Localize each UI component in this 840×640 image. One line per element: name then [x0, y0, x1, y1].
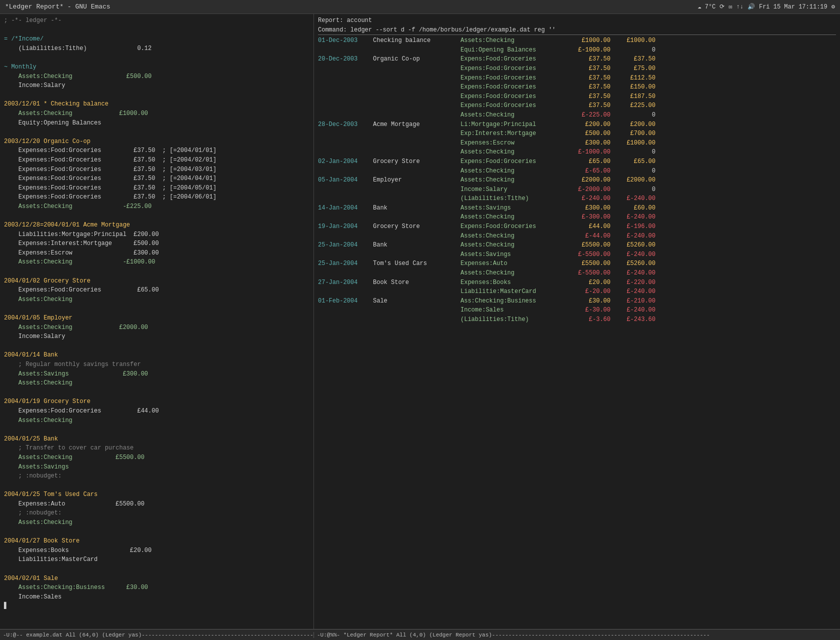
- report-row: Assets:Checking£-5500.00£-240.00: [318, 268, 836, 278]
- row-amount: £1000.00: [566, 36, 610, 46]
- row-desc: [373, 315, 460, 324]
- row-date: [318, 110, 373, 120]
- row-balance: £75.00: [610, 64, 656, 74]
- row-desc: [373, 110, 460, 120]
- row-amount: £300.00: [566, 138, 610, 148]
- row-balance: £2000.00: [610, 176, 656, 185]
- left-pane-line: Assets:Checking:Business £30.00: [4, 583, 310, 592]
- weather-display: ☁ 7°C: [698, 3, 716, 10]
- row-amount: £2000.00: [566, 176, 610, 185]
- row-balance: £-240.00: [610, 250, 656, 260]
- left-pane-line: Assets:Savings: [4, 462, 310, 472]
- left-pane-line: Assets:Checking £500.00: [4, 72, 310, 82]
- row-amount: £-5500.00: [566, 250, 610, 260]
- left-pane-line: 2004/01/02 Grocery Store: [4, 276, 310, 286]
- row-date: [318, 46, 373, 55]
- left-pane-line: ; -*- ledger -*-: [4, 16, 310, 26]
- left-pane-line: [4, 388, 310, 398]
- left-pane-line: Assets:Checking: [4, 416, 310, 426]
- right-pane[interactable]: Report: accountCommand: ledger --sort d …: [314, 14, 840, 629]
- row-balance: £1000.00: [610, 138, 656, 148]
- left-pane-line: (Liabilities:Tithe) 0.12: [4, 44, 310, 54]
- row-desc: [373, 185, 460, 194]
- left-pane-line: [4, 128, 310, 137]
- left-pane-line: Expenses:Food:Groceries £65.00: [4, 286, 310, 295]
- row-desc: [373, 250, 460, 260]
- report-row: Assets:Checking£-44.00£-240.00: [318, 232, 836, 241]
- report-row: Assets:Checking£-300.00£-240.00: [318, 212, 836, 222]
- report-row: Expens:Food:Groceries£37.50£112.50: [318, 74, 836, 83]
- left-pane-line: Expenses:Food:Groceries £37.50 ; [=2004/…: [4, 156, 310, 165]
- row-account: Assets:Checking: [460, 110, 566, 120]
- row-date: 14-Jan-2004: [318, 204, 373, 213]
- row-date: [318, 82, 373, 92]
- left-pane-line: Expenses:Food:Groceries £37.50 ; [=2004/…: [4, 146, 310, 156]
- row-amount: £-1000.00: [566, 46, 610, 55]
- row-date: [318, 250, 373, 260]
- row-account: (Liabilities:Tithe): [460, 315, 566, 324]
- row-amount: £-5500.00: [566, 268, 610, 278]
- report-row: Expenses:Escrow£300.00£1000.00: [318, 138, 836, 148]
- row-date: [318, 166, 373, 176]
- row-date: [318, 232, 373, 241]
- left-pane-line: Expenses:Escrow £300.00: [4, 248, 310, 258]
- row-date: [318, 148, 373, 157]
- left-pane-line: Assets:Checking: [4, 518, 310, 528]
- volume-icon[interactable]: 🔊: [748, 3, 755, 10]
- settings-icon[interactable]: ⚙: [832, 3, 835, 10]
- row-date: 01-Dec-2003: [318, 36, 373, 46]
- system-tray: ☁ 7°C ⟳ ✉ ↑↓ 🔊 Fri 15 Mar 17:11:19 ⚙: [698, 3, 835, 10]
- row-balance: £-240.00: [610, 194, 656, 204]
- report-header-1: Report: account: [318, 16, 836, 26]
- row-account: Assets:Checking: [460, 36, 566, 46]
- row-date: [318, 268, 373, 278]
- row-amount: £300.00: [566, 204, 610, 213]
- row-amount: £37.50: [566, 82, 610, 92]
- row-balance: £5260.00: [610, 259, 656, 268]
- row-balance: £-240.00: [610, 212, 656, 222]
- row-account: Assets:Savings: [460, 204, 566, 213]
- row-balance: £-220.00: [610, 278, 656, 288]
- row-date: 02-Jan-2004: [318, 157, 373, 166]
- row-desc: [373, 268, 460, 278]
- report-row: Assets:Checking£-65.000: [318, 166, 836, 176]
- row-date: [318, 287, 373, 296]
- report-row: Equi:Opening Balances£-1000.000: [318, 46, 836, 55]
- left-pane-line: Expenses:Food:Groceries £37.50 ; [=2004/…: [4, 192, 310, 202]
- row-desc: Grocery Store: [373, 222, 460, 232]
- left-pane-line: 2004/01/25 Bank: [4, 434, 310, 444]
- row-amount: £-20.00: [566, 287, 610, 296]
- report-divider: [318, 34, 836, 35]
- row-desc: [373, 129, 460, 138]
- left-pane-line: 2003/12/28=2004/01/01 Acme Mortgage: [4, 220, 310, 230]
- row-desc: [373, 287, 460, 296]
- row-account: Expens:Food:Groceries: [460, 64, 566, 74]
- left-pane-line: Assets:Checking -£1000.00: [4, 258, 310, 267]
- report-row: 19-Jan-2004Grocery StoreExpens:Food:Groc…: [318, 222, 836, 232]
- left-pane[interactable]: ; -*- ledger -*- = /*Income/ (Liabilitie…: [0, 14, 314, 629]
- row-balance: £1000.00: [610, 36, 656, 46]
- row-date: [318, 74, 373, 83]
- left-pane-line: Assets:Checking £5500.00: [4, 453, 310, 462]
- row-balance: £700.00: [610, 129, 656, 138]
- row-balance: £-243.60: [610, 315, 656, 324]
- left-pane-line: Assets:Checking £2000.00: [4, 323, 310, 332]
- row-desc: [373, 138, 460, 148]
- row-desc: [373, 74, 460, 83]
- row-date: [318, 315, 373, 324]
- left-pane-line: Equity:Opening Balances: [4, 118, 310, 128]
- row-desc: [373, 306, 460, 315]
- row-balance: £112.50: [610, 74, 656, 83]
- left-pane-line: 2004/01/05 Employer: [4, 314, 310, 323]
- left-pane-line: Income:Salary: [4, 332, 310, 342]
- left-pane-line: 2004/01/14 Bank: [4, 350, 310, 360]
- mail-icon[interactable]: ✉: [728, 3, 732, 10]
- left-pane-line: ; Regular monthly savings transfer: [4, 360, 310, 370]
- row-balance: 0: [610, 185, 656, 194]
- row-desc: [373, 82, 460, 92]
- network-icon[interactable]: ↑↓: [736, 4, 744, 10]
- report-row: 14-Jan-2004BankAssets:Savings£300.00£60.…: [318, 204, 836, 213]
- row-desc: Acme Mortgage: [373, 120, 460, 130]
- refresh-icon[interactable]: ⟳: [720, 3, 724, 10]
- row-desc: Sale: [373, 296, 460, 306]
